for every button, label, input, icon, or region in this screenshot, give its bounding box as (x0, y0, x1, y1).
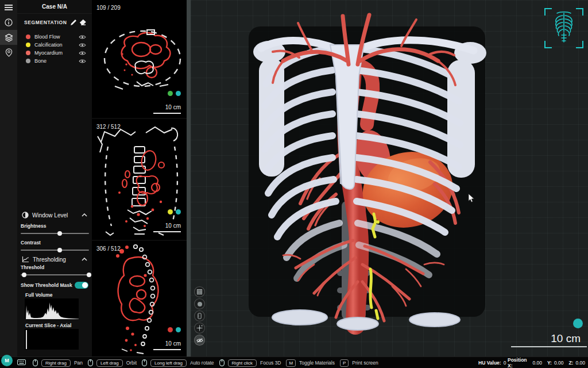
status-dot (176, 209, 181, 214)
thresholding-title: Thresholding (33, 256, 78, 263)
position-z-label: Z: (568, 360, 573, 366)
viewport-scale-label: 10 cm (551, 332, 581, 345)
slider-thumb[interactable] (57, 248, 62, 252)
threshold-mask-toggle[interactable] (75, 282, 88, 289)
scale-bar (153, 231, 181, 232)
slice-status-dots (168, 91, 181, 96)
threshold-mask-row: Show Threshold Mask (21, 281, 88, 289)
viewport-3d[interactable]: 10 cm (191, 0, 588, 356)
visibility-eye-icon[interactable] (79, 43, 86, 48)
scale-label: 10 cm (165, 340, 181, 347)
keyboard-icon (17, 359, 26, 365)
hint-key-badge: P (340, 359, 349, 367)
hint-auto-rotate: Long left drag Auto rotate (142, 359, 214, 367)
icon-rail (0, 0, 17, 356)
scale-indicator: 10 cm (153, 220, 181, 232)
position-readout: Position X: 0.00 Y: 0.00 Z: 0.00 (508, 357, 588, 368)
segmentation-row[interactable]: Blood Flow (26, 33, 86, 41)
info-button[interactable] (0, 15, 17, 30)
histogram-chart (25, 329, 79, 350)
user-avatar[interactable]: M (1, 355, 13, 366)
range-thumb-high[interactable] (87, 273, 91, 277)
visibility-eye-icon[interactable] (79, 51, 86, 56)
full-volume-label: Full Volume (25, 292, 53, 298)
slider-thumb[interactable] (57, 231, 62, 236)
erase-segmentation-button[interactable] (78, 19, 87, 26)
color-dot (26, 51, 30, 55)
panel-divider-scrollbar[interactable] (187, 0, 191, 356)
full-volume-histogram (25, 298, 79, 319)
position-x-value: 0.00 (532, 360, 542, 366)
cursor-arrow (468, 193, 475, 203)
position-z-value: 0.00 (575, 360, 585, 366)
hu-value: 0 (504, 360, 506, 366)
segmentation-row[interactable]: Calcification (26, 41, 86, 49)
scale-indicator: 10 cm (153, 101, 181, 114)
slice-counter: 306 / 512 (96, 246, 121, 252)
hint-action: Orbit (126, 360, 137, 366)
status-dot (176, 327, 181, 332)
hu-readout: HU Value: 0 (478, 357, 509, 368)
hint-print-screen: P Print screen (340, 359, 378, 367)
segmentation-row[interactable]: Myocardium (26, 49, 86, 57)
ruler-button[interactable] (194, 310, 205, 321)
frame-bracket (576, 8, 583, 16)
axial-slice-viewer[interactable]: 109 / 209 10 cm (92, 0, 187, 118)
edit-segmentation-button[interactable] (69, 19, 78, 26)
coronal-slice-viewer[interactable]: 312 / 512 10 cm (92, 118, 187, 240)
frame-bracket (576, 41, 583, 48)
slice-column: 109 / 209 10 cm (92, 0, 187, 356)
mouse-icon (142, 359, 147, 366)
location-pin-icon (5, 48, 13, 57)
grid-toggle-button[interactable] (194, 286, 205, 297)
eraser-icon (79, 19, 87, 26)
chevron-up-icon[interactable] (82, 213, 87, 217)
mouse-icon (219, 359, 225, 366)
anatomy-3d-model (245, 12, 509, 342)
range-thumb-low[interactable] (22, 273, 26, 277)
visibility-eye-icon[interactable] (79, 59, 86, 64)
color-dot (26, 34, 30, 39)
window-level-header[interactable]: Window Level (22, 210, 87, 220)
histogram-chart (25, 298, 79, 319)
frame-bracket (544, 41, 552, 48)
scale-handle-dot[interactable] (573, 319, 583, 328)
slider-track[interactable] (21, 274, 89, 275)
crosshair-icon (196, 325, 203, 331)
segmentation-row[interactable]: Bone (26, 57, 86, 65)
slider-track[interactable] (21, 250, 89, 251)
orientation-thumbnail[interactable] (544, 8, 583, 48)
axes-button[interactable] (194, 323, 205, 334)
scale-bar (153, 349, 181, 350)
threshold-range-slider[interactable] (21, 273, 89, 277)
chevron-up-icon[interactable] (82, 258, 87, 261)
brightness-slider[interactable] (21, 231, 89, 236)
info-icon (5, 18, 13, 26)
hint-focus-3d: Right click Focus 3D (219, 359, 281, 367)
scale-bar (153, 113, 181, 114)
segmentation-label: Bone (34, 58, 79, 64)
layers-button[interactable] (0, 30, 17, 45)
hint-action: Pan (74, 360, 83, 366)
grid-icon (197, 289, 202, 294)
hint-key-badge: Right drag (41, 359, 71, 367)
thresholding-header[interactable]: Thresholding (22, 255, 87, 264)
sphere-icon (197, 301, 203, 307)
slider-track[interactable] (21, 233, 89, 234)
menu-button[interactable] (0, 0, 17, 15)
contrast-slider[interactable] (21, 248, 89, 252)
sphere-view-button[interactable] (194, 298, 205, 309)
status-dot (176, 91, 181, 96)
annotations-button[interactable] (0, 45, 17, 60)
hide-ui-button[interactable] (194, 335, 205, 346)
axial-slice-image (92, 0, 187, 118)
hint-key-badge: Left drag (96, 359, 123, 367)
sagittal-slice-viewer[interactable]: 306 / 512 10 cm (92, 240, 187, 355)
viewport-scale-bar (511, 346, 587, 347)
visibility-eye-icon[interactable] (79, 34, 86, 40)
contrast-label: Contrast (21, 240, 41, 246)
status-dot (168, 327, 173, 332)
hint-key-badge: Long left drag (150, 359, 187, 367)
status-dot (168, 209, 173, 214)
hint-action: Focus 3D (260, 360, 281, 366)
